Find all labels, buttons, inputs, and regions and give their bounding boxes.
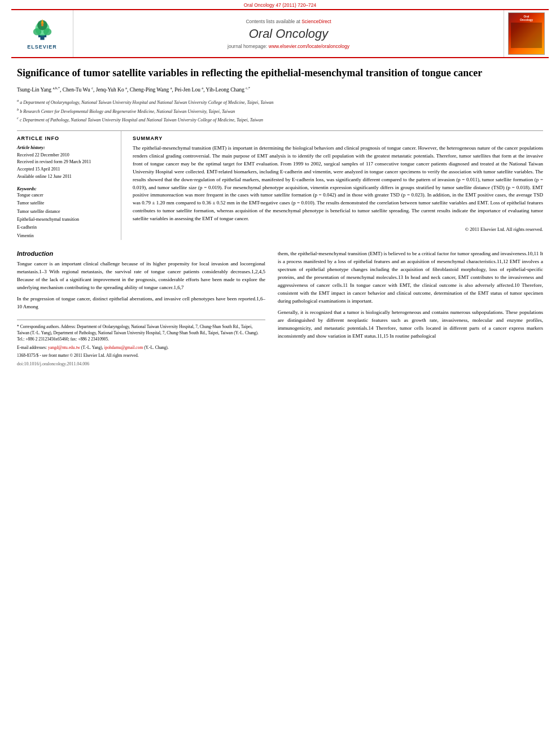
accepted-date: Accepted 15 April 2011 [17, 166, 114, 173]
body-right-col: them, the epithelial-mesenchymal transit… [278, 250, 543, 368]
copyright: © 2011 Elsevier Ltd. All rights reserved… [133, 226, 543, 232]
journal-homepage-link[interactable]: www.elsevier.com/locate/oraloncology [269, 43, 349, 49]
elsevier-label: ELSEVIER [27, 44, 57, 50]
email-footnote: E-mail addresses: yangd@ntu.edu.tw (T.-L… [17, 344, 265, 351]
keywords-section: Keywords: Tongue cancer Tumor satellite … [17, 186, 114, 240]
email-link-2[interactable]: ipohdamu@gmail.com [104, 345, 143, 350]
revised-date: Received in revised form 29 March 2011 [17, 159, 114, 166]
footnote-section: * Corresponding authors. Address: Depart… [17, 320, 265, 368]
elsevier-logo-container: ELSEVIER [11, 10, 73, 57]
journal-cover-container: OralOncology [504, 10, 549, 57]
elsevier-tree-icon [25, 18, 59, 43]
keyword-3: Tumor satellite distance [17, 208, 114, 216]
doi-line: doi:10.1016/j.oraloncology.2011.04.006 [17, 361, 265, 368]
article-content: Significance of tumor satellite variable… [17, 58, 543, 368]
article-info-heading: ARTICLE INFO [17, 136, 114, 141]
article-title: Significance of tumor satellite variable… [17, 67, 543, 80]
email-link-1[interactable]: yangd@ntu.edu.tw [48, 345, 80, 350]
summary-text: The epithelial-mesenchymal transition (E… [133, 145, 543, 223]
svg-rect-7 [41, 24, 43, 27]
body-left-col: Introduction Tongue cancer is an importa… [17, 250, 265, 368]
journal-header: ELSEVIER Contents lists available at Sci… [11, 9, 549, 58]
article-history: Article history: Received 22 December 20… [17, 145, 114, 181]
sciencedirect-line: Contents lists available at ScienceDirec… [246, 19, 331, 24]
body-two-col: Introduction Tongue cancer is an importa… [17, 250, 543, 368]
keyword-2: Tumor satellite [17, 199, 114, 207]
authors-line: Tsung-Lin Yang a,b,*, Chen-Tu Wu c, Jenq… [17, 85, 543, 94]
body-section: Introduction Tongue cancer is an importa… [17, 250, 543, 368]
affiliations: a a Department of Otolaryngology, Nation… [17, 98, 543, 124]
cover-image [511, 23, 542, 48]
keyword-4: Epithelial-mesenchymal transition [17, 216, 114, 224]
online-date: Available online 12 June 2011 [17, 173, 114, 181]
keyword-6: Vimentin [17, 232, 114, 240]
cover-title: OralOncology [520, 15, 533, 21]
issn-line: 1368-8375/$ - see front matter © 2011 El… [17, 352, 265, 359]
sciencedirect-link[interactable]: ScienceDirect [301, 19, 331, 24]
elsevier-logo: ELSEVIER [25, 18, 59, 50]
affiliation-c: c c Department of Pathology, National Ta… [17, 115, 543, 124]
corresponding-footnote: * Corresponding authors. Address: Depart… [17, 324, 265, 343]
keywords-title: Keywords: [17, 186, 114, 191]
info-summary-section: ARTICLE INFO Article history: Received 2… [17, 130, 543, 240]
journal-title: Oral Oncology [249, 27, 329, 41]
intro-paragraph-1: Tongue cancer is an important clinical c… [17, 260, 265, 292]
journal-homepage: journal homepage: www.elsevier.com/locat… [228, 43, 349, 49]
right-paragraph-2: Generally, it is recognized that a tumor… [278, 309, 543, 340]
article-info-column: ARTICLE INFO Article history: Received 2… [17, 131, 121, 240]
journal-header-center: Contents lists available at ScienceDirec… [73, 10, 504, 57]
introduction-title: Introduction [17, 250, 265, 257]
right-paragraph-1: them, the epithelial-mesenchymal transit… [278, 250, 543, 305]
keywords-list: Tongue cancer Tumor satellite Tumor sate… [17, 191, 114, 240]
summary-column: SUMMARY The epithelial-mesenchymal trans… [133, 131, 543, 240]
journal-citation: Oral Oncology 47 (2011) 720–724 [0, 0, 560, 9]
affiliation-a: a a Department of Otolaryngology, Nation… [17, 98, 543, 106]
summary-heading: SUMMARY [133, 136, 543, 141]
received-date: Received 22 December 2010 [17, 152, 114, 159]
history-title: Article history: [17, 145, 114, 152]
journal-cover-thumbnail: OralOncology [508, 12, 545, 55]
keyword-5: E-cadherin [17, 224, 114, 231]
keyword-1: Tongue cancer [17, 191, 114, 199]
intro-paragraph-2: In the progression of tongue cancer, dis… [17, 295, 265, 311]
affiliation-b: b b Research Center for Developmental Bi… [17, 107, 543, 115]
